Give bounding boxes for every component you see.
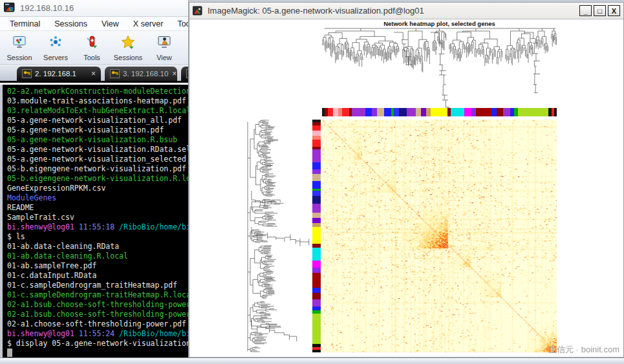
terminal-cursor [7,348,12,357]
toolbar-button-tools[interactable]: Tools [74,33,110,61]
module-color-segment [503,108,510,116]
module-color-segment [312,248,321,261]
key-icon [22,69,32,78]
session-icon [12,34,27,52]
key-icon [110,69,120,78]
module-color-segment [312,288,321,293]
terminal-tab-3[interactable]: 5 [181,67,188,81]
terminal-screen[interactable]: 02-a2.networkConstruction-moduleDetectio… [0,85,189,358]
module-color-segment [491,108,497,116]
menu-item-sessions[interactable]: Sessions [47,18,94,30]
taskbar-strip [0,358,624,364]
module-color-segment [384,108,392,116]
terminal-line: 01-c.sampleDendrogram-traitHeatmap.R.loc… [7,290,189,300]
module-color-segment [312,131,321,136]
toolbar-button-label: View [156,54,172,61]
module-color-segment [312,125,321,131]
module-color-segment [312,196,321,204]
module-color-segment [328,108,333,116]
view-icon [156,34,172,52]
tab-label: 3. 192.168.10 [123,70,168,78]
terminal-line: 05-b.eigengene-network-visualization.R.l… [7,174,189,184]
terminal-line: README [7,203,189,213]
module-color-segment [312,181,321,189]
terminal-line: 05-a.gene-network-visualization_selected… [7,155,189,164]
toolbar-button-sessions[interactable]: Sessions [110,33,146,61]
toolbar-button-label: Tools [83,54,100,61]
module-color-segment [312,261,321,267]
key-icon [186,69,188,78]
maximize-button[interactable]: □ [594,5,606,16]
module-color-segment [312,299,321,306]
module-color-segment [312,140,321,146]
terminal-tab-2[interactable]: 3. 192.168.10× [105,67,177,81]
mobaxterm-window: 192.168.10.16 TerminalSessionsViewX serv… [0,0,189,358]
module-color-segment [394,108,399,116]
servers-icon [48,34,63,52]
terminal-line: 05-a.gene-network-visualization.R.bsub [7,135,189,145]
tab-bar: 2. 192.168.1×3. 192.168.10×5 [0,65,188,83]
toolbar-button-session[interactable]: Session [1,33,38,61]
gene-dendrogram-top [322,27,557,109]
sessions-icon [120,34,136,52]
module-color-segment [554,108,557,116]
toolbar: SessionServersToolsSessionsView [0,31,188,65]
terminal-line: 01-ab.sampleTree.pdf [7,261,189,271]
module-color-segment [471,108,477,116]
tab-close-icon[interactable]: × [168,69,177,78]
module-color-segment [372,108,377,116]
terminal-line: 01-ab.data-cleaning.RData [7,242,189,252]
terminal-line: 05-a.gene-network-visualization.RData.se… [7,145,189,155]
window-title: ImageMagick: 05-a.gene-network-visualiza… [208,6,577,16]
menu-item-tools[interactable]: Tools [170,18,188,30]
terminal-line: 01-ab.data-cleaning.R.local [7,252,189,261]
gene-dendrogram-left [246,120,310,352]
terminal-line: 02-a1.choose-soft-thresholding-power.pdf [7,319,189,329]
menu-bar: TerminalSessionsViewX serverTools [0,17,188,31]
module-color-segment [497,108,503,116]
terminal-line: 02-a2.networkConstruction-moduleDetectio… [7,87,189,96]
terminal-line: 05-b.eigengene-network-visualization.pdf [7,164,189,174]
minimize-button[interactable]: _ [579,5,592,16]
module-color-segment [312,314,321,344]
tools-icon [84,34,100,52]
terminal-line: GeneExpressionRPKM.csv [7,184,189,193]
tom-heatmap [322,120,557,352]
module-color-segment [451,108,464,116]
terminal-line: 03.relateModsToExt-hubGeneExtract.R.loca… [7,106,189,116]
module-color-segment [312,149,321,163]
terminal-tab-1[interactable]: 2. 192.168.1× [17,67,101,81]
menu-item-x-server[interactable]: X server [126,18,171,30]
module-color-segment [312,227,321,244]
module-color-segment [407,108,416,116]
watermark: 生信元 · boinit.com [548,344,619,356]
imagemagick-window: ImageMagick: 05-a.gene-network-visualiza… [189,2,624,358]
module-color-bar-top [322,108,557,116]
terminal-line: 02-a1.bsub.choose-soft-thresholding-powe… [7,310,189,319]
mobaxterm-logo-icon [4,3,16,14]
module-color-segment [312,174,321,180]
toolbar-button-view[interactable]: View [146,33,182,61]
close-button[interactable]: X [608,5,620,16]
module-color-segment [377,108,383,116]
module-color-segment [312,350,321,352]
module-color-segment [312,169,321,175]
terminal-line: 03.module-trait-associations-heatmap.pdf [7,96,189,106]
module-color-segment [342,108,349,116]
mobaxterm-titlebar[interactable]: 192.168.10.16 [0,0,188,17]
module-color-segment [365,108,372,116]
terminal-line: 01-c.dataInput.RData [7,271,189,281]
toolbar-button-label: Session [6,54,32,61]
module-color-segment [312,273,321,288]
module-color-segment [312,204,321,213]
module-color-segment [312,162,321,169]
module-color-segment [431,108,447,116]
toolbar-button-servers[interactable]: Servers [38,33,74,61]
imagemagick-titlebar[interactable]: ImageMagick: 05-a.gene-network-visualiza… [189,3,623,19]
tab-close-icon[interactable]: × [87,69,96,78]
module-color-segment [476,108,491,116]
menu-item-view[interactable]: View [94,18,126,30]
menu-item-terminal[interactable]: Terminal [3,18,47,30]
module-color-segment [399,108,407,116]
module-color-segment [352,108,365,116]
